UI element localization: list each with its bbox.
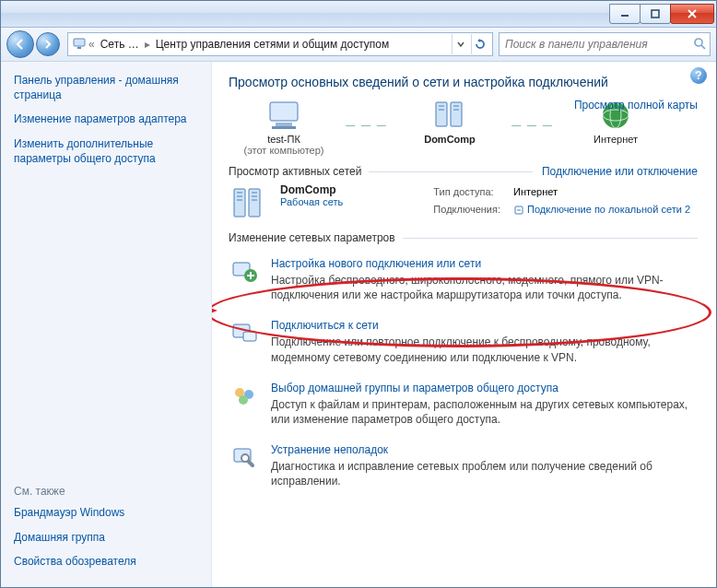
search-input[interactable] bbox=[503, 37, 693, 52]
svg-rect-37 bbox=[243, 332, 256, 341]
connector-icon: — — — bbox=[505, 99, 560, 143]
refresh-button[interactable] bbox=[471, 34, 488, 54]
svg-point-40 bbox=[239, 395, 248, 405]
svg-rect-1 bbox=[652, 10, 659, 18]
minimize-button[interactable] bbox=[609, 4, 641, 24]
view-full-map-link[interactable]: Просмотр полной карты bbox=[574, 99, 698, 112]
breadcrumb-item-sharing-center[interactable]: Центр управления сетями и общим доступом bbox=[152, 38, 394, 51]
task-title[interactable]: Настройка нового подключения или сети bbox=[271, 257, 696, 270]
svg-point-6 bbox=[695, 39, 702, 46]
breadcrumb-item-network[interactable]: Сеть … bbox=[97, 38, 143, 51]
control-panel-window: « Сеть … ▸ Центр управления сетями и общ… bbox=[0, 0, 717, 588]
svg-rect-5 bbox=[77, 47, 81, 49]
server-icon bbox=[429, 99, 471, 132]
sidebar-item-advanced-sharing[interactable]: Изменить дополнительные параметры общего… bbox=[14, 136, 198, 166]
maximize-button[interactable] bbox=[640, 4, 671, 24]
forward-button[interactable] bbox=[36, 32, 60, 56]
back-button[interactable] bbox=[6, 30, 34, 58]
task-troubleshoot[interactable]: Устранение неполадок Диагностика и испра… bbox=[229, 436, 698, 498]
close-button[interactable] bbox=[670, 4, 714, 24]
nav-bar: « Сеть … ▸ Центр управления сетями и общ… bbox=[1, 28, 716, 62]
task-homegroup[interactable]: Выбор домашней группы и параметров общег… bbox=[229, 374, 698, 436]
task-desc: Подключение или повторное подключение к … bbox=[271, 335, 696, 364]
topo-node-network: DomComp bbox=[394, 99, 505, 145]
chevron-right-icon: ▸ bbox=[145, 38, 150, 51]
task-desc: Доступ к файлам и принтерам, расположенн… bbox=[271, 397, 696, 427]
connect-disconnect-link[interactable]: Подключение или отключение bbox=[542, 165, 698, 178]
svg-rect-8 bbox=[270, 102, 298, 121]
connection-link[interactable]: Подключение по локальной сети 2 bbox=[527, 204, 690, 215]
active-networks-header: Просмотр активных сетей Подключение или … bbox=[229, 165, 698, 178]
sidebar-item-firewall[interactable]: Брандмауэр Windows bbox=[14, 505, 198, 520]
new-connection-icon bbox=[230, 257, 262, 302]
network-icon bbox=[72, 36, 87, 53]
sidebar-item-internet-options[interactable]: Свойства обозревателя bbox=[14, 554, 198, 569]
help-icon[interactable]: ? bbox=[690, 67, 707, 84]
sidebar-item-home[interactable]: Панель управления - домашняя страница bbox=[14, 73, 198, 102]
task-title[interactable]: Выбор домашней группы и параметров общег… bbox=[271, 382, 696, 394]
chevron-right-icon: « bbox=[88, 38, 95, 51]
homegroup-icon bbox=[230, 382, 262, 427]
sidebar-item-homegroup[interactable]: Домашняя группа bbox=[14, 530, 198, 545]
breadcrumb[interactable]: « Сеть … ▸ Центр управления сетями и общ… bbox=[67, 32, 493, 56]
connect-network-icon bbox=[230, 319, 262, 364]
svg-marker-31 bbox=[212, 300, 217, 321]
task-connect-network[interactable]: Подключиться к сети Подключение или повт… bbox=[229, 312, 698, 373]
work-network-icon bbox=[229, 183, 267, 222]
active-network-row: DomComp Рабочая сеть Тип доступа: Интерн… bbox=[229, 183, 698, 222]
sidebar: Панель управления - домашняя страница Из… bbox=[1, 62, 212, 588]
change-settings-header: Изменение сетевых параметров bbox=[229, 231, 698, 244]
task-desc: Настройка беспроводного, широкополосного… bbox=[271, 273, 696, 302]
troubleshoot-icon bbox=[230, 443, 262, 488]
red-arrow-annotation bbox=[212, 297, 221, 324]
svg-line-7 bbox=[701, 45, 705, 49]
task-title[interactable]: Устранение неполадок bbox=[271, 443, 696, 456]
task-list: Настройка нового подключения или сети На… bbox=[229, 250, 698, 499]
see-also-header: См. также bbox=[14, 485, 198, 498]
task-title[interactable]: Подключиться к сети bbox=[271, 319, 696, 332]
search-box[interactable] bbox=[499, 32, 711, 56]
connector-icon: — — — bbox=[339, 99, 394, 143]
title-bar bbox=[1, 1, 716, 28]
svg-rect-4 bbox=[74, 39, 85, 46]
svg-rect-9 bbox=[276, 123, 292, 126]
topo-node-this-pc: test-ПК (этот компьютер) bbox=[229, 99, 339, 156]
page-title: Просмотр основных сведений о сети и наст… bbox=[229, 75, 698, 89]
network-properties: Тип доступа: Интернет Подключения: Подкл… bbox=[426, 183, 698, 222]
main-content: ? Просмотр основных сведений о сети и на… bbox=[212, 62, 716, 588]
breadcrumb-dropdown[interactable] bbox=[452, 34, 469, 54]
task-new-connection[interactable]: Настройка нового подключения или сети На… bbox=[229, 250, 698, 312]
sidebar-item-adapter-settings[interactable]: Изменение параметров адаптера bbox=[14, 112, 198, 126]
network-map: test-ПК (этот компьютер) — — — DomComp —… bbox=[229, 99, 698, 156]
svg-rect-10 bbox=[272, 126, 296, 129]
svg-point-42 bbox=[241, 454, 249, 462]
ethernet-icon bbox=[513, 205, 524, 216]
search-icon bbox=[693, 37, 706, 53]
task-desc: Диагностика и исправление сетевых пробле… bbox=[271, 459, 696, 488]
network-name: DomComp bbox=[280, 183, 343, 196]
computer-icon bbox=[263, 99, 305, 132]
network-type-link[interactable]: Рабочая сеть bbox=[280, 196, 343, 207]
